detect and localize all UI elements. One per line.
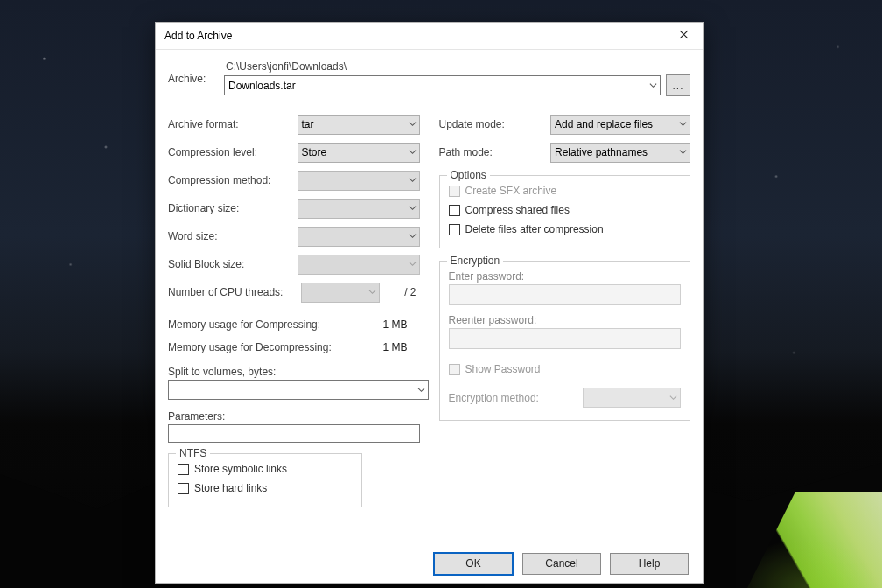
chevron-down-icon (368, 286, 376, 298)
ok-button[interactable]: OK (433, 552, 514, 576)
enter-password-input (449, 284, 682, 305)
store-hard-links-checkbox[interactable]: Store hard links (178, 479, 353, 498)
cpu-threads-label: Number of CPU threads: (168, 286, 294, 298)
split-volumes-select[interactable] (168, 380, 429, 400)
options-group: Options Create SFX archive Compress shar… (439, 175, 691, 248)
mem-compress-label: Memory usage for Compressing: (168, 318, 320, 331)
archive-filename-select[interactable]: Downloads.tar (224, 75, 661, 95)
split-volumes-label: Split to volumes, bytes: (168, 366, 420, 378)
mem-compress-value: 1 MB (382, 318, 419, 331)
reenter-password-input (449, 328, 682, 349)
store-hard-links-label: Store hard links (194, 482, 267, 494)
encryption-method-select (583, 388, 681, 408)
parameters-label: Parameters: (168, 410, 420, 423)
chevron-down-icon (409, 174, 416, 186)
chevron-down-icon (669, 392, 677, 404)
chevron-down-icon (409, 146, 416, 158)
chevron-down-icon (409, 258, 416, 270)
button-bar: OK Cancel Help (156, 544, 703, 583)
ok-label: OK (466, 557, 480, 570)
checkbox-icon (449, 224, 460, 235)
mem-decompress-value: 1 MB (382, 341, 419, 354)
options-legend: Options (447, 169, 490, 181)
help-label: Help (639, 557, 661, 570)
chevron-down-icon (417, 384, 425, 396)
chevron-down-icon (409, 118, 416, 130)
show-password-label: Show Password (466, 363, 541, 375)
parameters-field[interactable] (172, 427, 416, 441)
reenter-password-label: Reenter password: (449, 314, 682, 326)
show-password-checkbox: Show Password (449, 360, 682, 379)
archive-row: Archive: C:\Users\jonfi\Downloads\ Downl… (168, 60, 690, 96)
path-mode-value: Relative pathnames (555, 146, 648, 158)
add-to-archive-dialog: Add to Archive Archive: C:\Users\jonfi\D… (155, 22, 704, 584)
checkbox-icon (449, 205, 460, 216)
close-button[interactable] (664, 23, 703, 49)
compression-level-value: Store (302, 146, 327, 158)
compress-shared-label: Compress shared files (466, 204, 570, 216)
store-symbolic-links-checkbox[interactable]: Store symbolic links (178, 459, 353, 479)
store-symbolic-links-label: Store symbolic links (194, 463, 287, 475)
checkbox-icon (178, 483, 189, 494)
chevron-down-icon (679, 146, 687, 158)
ntfs-group: NTFS Store symbolic links Store hard lin… (168, 453, 362, 508)
enter-password-label: Enter password: (449, 270, 682, 283)
path-mode-label: Path mode: (439, 146, 544, 158)
solid-block-size-select (298, 255, 420, 275)
compression-method-select[interactable] (298, 171, 420, 191)
word-size-select[interactable] (298, 227, 420, 247)
path-mode-select[interactable]: Relative pathnames (550, 143, 690, 163)
ntfs-legend: NTFS (176, 447, 210, 459)
encryption-method-label: Encryption method: (449, 392, 575, 404)
delete-after-checkbox[interactable]: Delete files after compression (449, 220, 682, 239)
checkbox-icon (178, 464, 189, 475)
update-mode-value: Add and replace files (555, 118, 653, 130)
checkbox-icon (449, 186, 460, 197)
compress-shared-checkbox[interactable]: Compress shared files (449, 200, 682, 220)
archive-filename-value: Downloads.tar (228, 80, 296, 92)
encryption-group: Encryption Enter password: Reenter passw… (439, 261, 691, 421)
delete-after-label: Delete files after compression (466, 223, 604, 235)
parameters-input[interactable] (168, 424, 420, 443)
archive-format-value: tar (302, 118, 314, 130)
cancel-button[interactable]: Cancel (522, 553, 601, 575)
close-icon (679, 30, 689, 42)
window-title: Add to Archive (164, 30, 664, 42)
update-mode-select[interactable]: Add and replace files (550, 115, 690, 135)
encryption-legend: Encryption (447, 255, 504, 267)
dictionary-size-label: Dictionary size: (168, 202, 290, 214)
cpu-threads-max: / 2 (387, 286, 420, 298)
dictionary-size-select[interactable] (298, 199, 420, 219)
chevron-down-icon (679, 118, 687, 130)
compression-level-select[interactable]: Store (298, 143, 420, 163)
checkbox-icon (449, 364, 460, 375)
browse-button[interactable]: ... (666, 74, 690, 96)
titlebar: Add to Archive (156, 23, 703, 50)
browse-label: ... (672, 80, 683, 92)
create-sfx-checkbox: Create SFX archive (449, 181, 682, 200)
chevron-down-icon (409, 202, 416, 214)
update-mode-label: Update mode: (439, 118, 544, 130)
archive-format-label: Archive format: (168, 118, 290, 130)
archive-label: Archive: (168, 73, 215, 85)
cpu-threads-select (301, 283, 380, 303)
archive-format-select[interactable]: tar (298, 115, 420, 135)
compression-method-label: Compression method: (168, 174, 290, 186)
word-size-label: Word size: (168, 230, 290, 242)
help-button[interactable]: Help (610, 553, 689, 575)
chevron-down-icon (409, 230, 416, 242)
archive-path: C:\Users\jonfi\Downloads\ (224, 60, 690, 73)
solid-block-size-label: Solid Block size: (168, 258, 290, 270)
mem-decompress-label: Memory usage for Decompressing: (168, 341, 332, 354)
create-sfx-label: Create SFX archive (466, 185, 557, 197)
compression-level-label: Compression level: (168, 146, 290, 158)
chevron-down-icon (649, 80, 657, 92)
cancel-label: Cancel (545, 557, 578, 570)
